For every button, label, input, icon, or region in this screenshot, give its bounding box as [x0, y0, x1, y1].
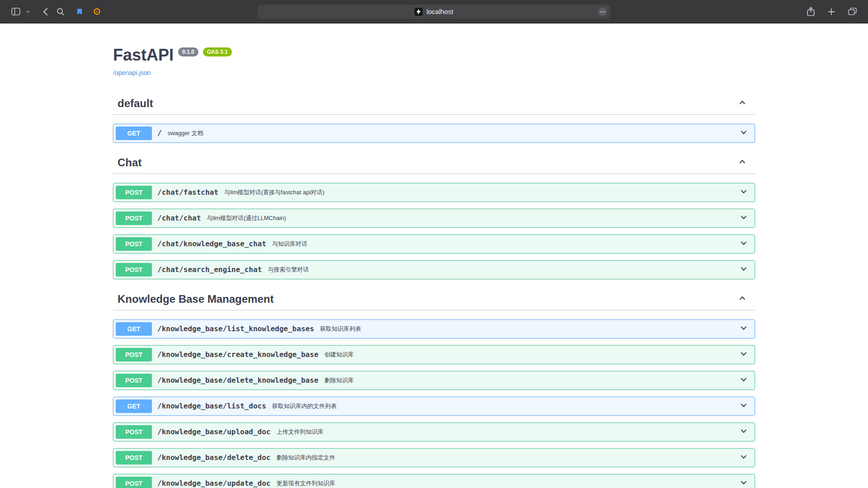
page-title: FastAPI 0.1.0 OAS 3.1: [113, 46, 755, 64]
chevron-down-icon: [739, 375, 748, 385]
operation-summary: 删除知识库内指定文件: [276, 454, 735, 462]
section-title: Knowledge Base Management: [118, 293, 736, 305]
page-options-button[interactable]: ⋯: [598, 7, 607, 16]
operation-expand-button[interactable]: [735, 324, 752, 334]
openapi-spec-link[interactable]: /openapi.json: [113, 69, 151, 76]
operation-path: /knowledge_base/upload_doc: [157, 427, 270, 436]
version-badge: 0.1.0: [178, 47, 198, 56]
chevron-down-icon: [739, 128, 748, 138]
operation-expand-button[interactable]: [735, 187, 752, 197]
operation-summary: 获取知识库列表: [320, 325, 735, 333]
chevron-down-icon: [739, 187, 748, 197]
operation-expand-button[interactable]: [735, 128, 752, 138]
chevron-down-icon: [739, 213, 748, 223]
section-operations: POST /chat/fastchat 与llm模型对话(直接与fastchat…: [113, 174, 755, 288]
operation-row[interactable]: POST /knowledge_base/update_doc 更新现有文件到知…: [113, 474, 755, 488]
section-header[interactable]: default: [113, 93, 755, 115]
operation-row[interactable]: GET /knowledge_base/list_knowledge_bases…: [113, 319, 755, 338]
api-section: Chat POST /chat/fastchat 与llm模型对话(直接与fas…: [113, 152, 755, 288]
back-button[interactable]: [38, 5, 53, 19]
address-bar[interactable]: localhost ⋯: [258, 5, 610, 19]
method-badge: POST: [116, 211, 152, 225]
operation-path: /: [157, 129, 162, 137]
operation-summary: 与知识库对话: [272, 240, 735, 248]
method-badge: POST: [116, 237, 152, 251]
section-collapse-button[interactable]: [736, 98, 749, 108]
method-badge: POST: [116, 348, 152, 361]
operation-path: /chat/chat: [157, 214, 201, 222]
api-info: FastAPI 0.1.0 OAS 3.1 /openapi.json: [113, 46, 755, 77]
share-button[interactable]: [803, 5, 818, 19]
chevron-up-icon: [738, 157, 747, 168]
operation-row[interactable]: POST /knowledge_base/delete_doc 删除知识库内指定…: [113, 448, 755, 467]
orange-ring-icon: [93, 8, 101, 15]
section-collapse-button[interactable]: [736, 294, 749, 304]
sidebar-toggle-button[interactable]: [8, 5, 24, 19]
operation-summary: 与llm模型对话(通过LLMChain): [207, 214, 735, 222]
share-icon: [807, 7, 815, 16]
operation-summary: 与llm模型对话(直接与fastchat api对话): [224, 188, 735, 197]
method-badge: POST: [116, 451, 152, 465]
method-badge: GET: [116, 127, 152, 140]
operation-path: /chat/search_engine_chat: [157, 265, 262, 274]
operation-row[interactable]: POST /knowledge_base/upload_doc 上传文件到知识库: [113, 422, 755, 441]
extension-button-blue[interactable]: [75, 5, 85, 19]
operation-path: /knowledge_base/delete_doc: [157, 453, 270, 462]
operation-row[interactable]: POST /chat/knowledge_base_chat 与知识库对话: [113, 235, 755, 253]
operation-expand-button[interactable]: [735, 478, 752, 488]
sidebar-dropdown-button[interactable]: [24, 5, 31, 19]
chevron-up-icon: [738, 294, 747, 304]
operation-expand-button[interactable]: [735, 239, 752, 249]
operation-expand-button[interactable]: [735, 375, 752, 385]
browser-toolbar: localhost ⋯: [0, 0, 868, 23]
operation-expand-button[interactable]: [735, 349, 752, 360]
operation-row[interactable]: POST /knowledge_base/delete_knowledge_ba…: [113, 371, 755, 390]
method-badge: POST: [116, 425, 152, 439]
operation-path: /knowledge_base/update_doc: [157, 479, 270, 488]
operation-row[interactable]: POST /chat/chat 与llm模型对话(通过LLMChain): [113, 209, 755, 228]
method-badge: POST: [116, 263, 152, 277]
section-collapse-button[interactable]: [736, 157, 749, 168]
operation-expand-button[interactable]: [735, 427, 752, 437]
operation-row[interactable]: POST /knowledge_base/create_knowledge_ba…: [113, 345, 755, 364]
method-badge: POST: [116, 186, 152, 199]
operation-expand-button[interactable]: [735, 213, 752, 223]
operation-summary: 上传文件到知识库: [276, 428, 735, 436]
method-badge: GET: [116, 322, 152, 336]
chevron-down-icon: [739, 401, 748, 411]
tab-overview-button[interactable]: [844, 5, 860, 19]
chevron-down-icon: [26, 10, 30, 13]
operation-row[interactable]: POST /chat/fastchat 与llm模型对话(直接与fastchat…: [113, 183, 755, 202]
operation-path: /knowledge_base/create_knowledge_base: [157, 350, 318, 359]
search-button[interactable]: [53, 5, 68, 19]
operation-expand-button[interactable]: [735, 401, 752, 411]
operation-summary: 与搜索引擎对话: [268, 266, 735, 274]
api-title-text: FastAPI: [113, 46, 174, 64]
extension-button-orange[interactable]: [92, 5, 102, 19]
operation-summary: 删除知识库: [324, 376, 735, 385]
operation-expand-button[interactable]: [735, 452, 752, 463]
chevron-down-icon: [739, 264, 748, 275]
section-header[interactable]: Chat: [113, 152, 755, 174]
chevron-down-icon: [739, 478, 748, 488]
api-section: Knowledge Base Management GET /knowledge…: [113, 288, 755, 488]
chevron-down-icon: [739, 452, 748, 463]
oas-badge: OAS 3.1: [203, 47, 232, 56]
chevron-up-icon: [738, 98, 747, 108]
method-badge: GET: [116, 399, 152, 413]
operation-path: /chat/knowledge_base_chat: [157, 239, 266, 248]
search-icon: [57, 8, 65, 16]
operation-row[interactable]: POST /chat/search_engine_chat 与搜索引擎对话: [113, 260, 755, 279]
tabs-icon: [848, 8, 857, 15]
section-operations: GET /knowledge_base/list_knowledge_bases…: [113, 310, 755, 488]
section-header[interactable]: Knowledge Base Management: [113, 288, 755, 310]
operation-row[interactable]: GET /knowledge_base/list_docs 获取知识库内的文件列…: [113, 397, 755, 416]
method-badge: POST: [116, 374, 152, 387]
chevron-down-icon: [739, 349, 748, 360]
swagger-page: FastAPI 0.1.0 OAS 3.1 /openapi.json defa…: [0, 23, 868, 488]
operation-expand-button[interactable]: [735, 264, 752, 275]
new-tab-button[interactable]: [824, 5, 839, 19]
operation-path: /chat/fastchat: [157, 188, 218, 197]
operation-row[interactable]: GET / swagger 文档: [113, 124, 755, 143]
operation-summary: 创建知识库: [324, 351, 735, 359]
